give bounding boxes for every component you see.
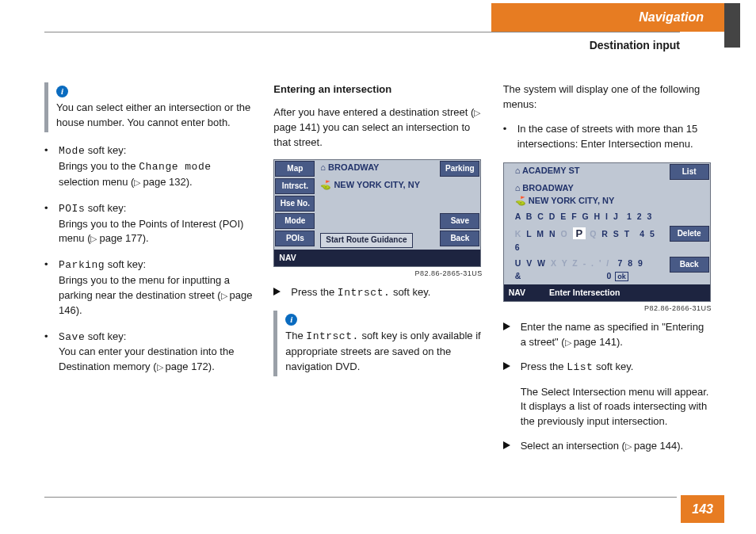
softkey-intrsct: Intrsct. (275, 178, 315, 194)
info-note: i The Intrsct. soft key is only availabl… (273, 311, 482, 376)
keyboard-highlight: P (573, 227, 586, 239)
addr-line: NEW YORK CITY, NY (529, 196, 615, 205)
note-text: The Intrsct. soft key is only available … (285, 329, 482, 375)
softkey-list: Mode soft key: Brings you to the Change … (44, 143, 253, 375)
lead-text: The system will display one of the follo… (503, 82, 712, 113)
keyboard-nums: 7 8 9 (617, 258, 643, 268)
action-list: Select an intersection (page 144). (503, 439, 712, 454)
addr-line: BROADWAY (522, 183, 573, 193)
softkey-mode: Mode (275, 213, 315, 229)
triangle-icon (503, 322, 510, 330)
note-text: You can select either an intersection or… (56, 101, 253, 131)
keyboard-nums: 1 2 3 (627, 212, 653, 221)
list-item: POIs soft key: Brings you to the Points … (44, 201, 253, 247)
paragraph: The Select Intersection menu will appear… (503, 385, 712, 430)
page-number: 143 (681, 495, 724, 523)
list-item: Mode soft key: Brings you to the Change … (44, 143, 253, 190)
softkey-delete: Delete (670, 226, 709, 242)
page-ref: page 141 (565, 336, 617, 348)
figure-caption: P82.86-2865-31US (273, 269, 482, 279)
column-2: Entering an intersection After you have … (273, 82, 482, 463)
action-item: Press the Intrsct. soft key. (273, 285, 482, 301)
page-ref: page 144 (625, 440, 677, 452)
triangle-icon (273, 288, 281, 296)
info-note: i You can select either an intersection … (44, 82, 253, 132)
section-title: Navigation (491, 3, 724, 32)
heading: Entering an intersection (273, 82, 482, 97)
subsection-title: Destination input (0, 32, 724, 53)
softkey-back: Back (440, 231, 479, 246)
intro-text: After you have entered a destination str… (273, 105, 482, 151)
action-item: Enter the name as specified in "Entering… (503, 320, 712, 350)
info-icon: i (285, 314, 297, 326)
edge-tab (724, 3, 740, 48)
page-header: Navigation Destination input (0, 3, 724, 53)
softkey-hseno: Hse No. (275, 196, 315, 212)
start-route-guidance: Start Route Guidance (320, 233, 412, 248)
addr-line: BROADWAY (328, 162, 379, 172)
softkey-list: List (670, 164, 709, 180)
nav-subtitle: Enter Intersection (549, 287, 620, 299)
keyboard-row: A B C D E F G H I J (515, 212, 620, 221)
info-icon: i (56, 86, 68, 97)
nav-label: NAV (509, 287, 525, 299)
softkey-parking: Parking (440, 161, 479, 177)
softkey-save: Save (440, 213, 479, 229)
screenshot-1: Map ⌂ BROADWAY Parking Intrsct. ⛳ NEW YO… (273, 159, 481, 267)
list-item: In the case of streets with more than 15… (503, 122, 712, 152)
column-1: i You can select either an intersection … (44, 82, 253, 463)
list-item: Save soft key: You can enter your destin… (44, 330, 253, 376)
softkey-pois: POIs (275, 231, 315, 246)
column-3: The system will display one of the follo… (503, 82, 712, 463)
page-ref: page 177 (90, 232, 142, 244)
list-item: Parking soft key: Brings you to the menu… (44, 257, 253, 318)
screenshot-2: ⌂ ACADEMY ST List ⌂ BROADWAY ⛳ NEW YORK … (503, 162, 711, 302)
softkey-map: Map (275, 161, 315, 177)
action-item: Select an intersection (page 144). (503, 439, 712, 454)
triangle-icon (503, 362, 510, 370)
page-ref: page 172 (157, 360, 208, 372)
action-item: Press the List soft key. (503, 360, 712, 376)
addr-line: NEW YORK CITY, NY (334, 180, 420, 189)
action-list: Press the Intrsct. soft key. (273, 285, 482, 301)
figure-caption: P82.86-2866-31US (503, 303, 712, 314)
nav-label: NAV (279, 252, 296, 264)
action-list: Enter the name as specified in "Entering… (503, 320, 712, 376)
content-area: i You can select either an intersection … (44, 82, 712, 463)
page-ref: page 132 (134, 176, 185, 188)
bullet-list: In the case of streets with more than 15… (503, 122, 712, 152)
footer-rule (44, 497, 677, 498)
softkey-back: Back (670, 257, 709, 273)
addr-line: ACADEMY ST (522, 166, 580, 175)
ok-button: ok (615, 272, 628, 281)
triangle-icon (503, 441, 510, 449)
